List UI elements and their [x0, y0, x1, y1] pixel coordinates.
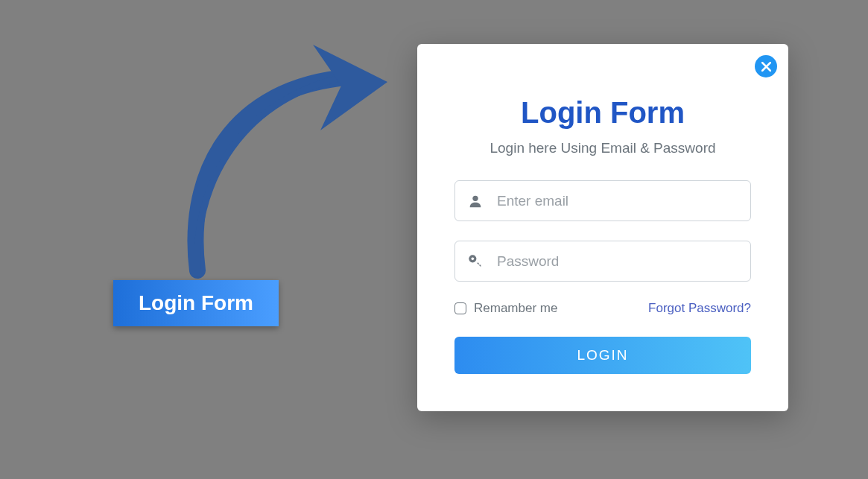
login-form-trigger-button[interactable]: Login Form [113, 280, 279, 326]
email-input-group [454, 180, 751, 221]
key-icon [467, 253, 484, 270]
remember-checkbox[interactable] [454, 302, 466, 314]
svg-point-0 [472, 195, 478, 200]
remember-wrap: Remamber me [454, 301, 557, 316]
user-icon [467, 193, 484, 209]
arrow-decoration [164, 34, 402, 283]
remember-label: Remamber me [474, 301, 557, 316]
password-input-group [454, 241, 751, 282]
modal-subtitle: Login here Using Email & Password [454, 140, 751, 156]
close-icon [761, 62, 771, 72]
svg-point-2 [472, 257, 475, 260]
close-button[interactable] [755, 55, 777, 77]
login-modal: Login Form Login here Using Email & Pass… [417, 44, 788, 411]
email-input[interactable] [497, 193, 738, 209]
forgot-password-link[interactable]: Forgot Password? [648, 301, 751, 316]
options-row: Remamber me Forgot Password? [454, 301, 751, 316]
modal-title: Login Form [454, 96, 751, 130]
login-button[interactable]: LOGIN [454, 337, 751, 374]
password-input[interactable] [497, 253, 738, 270]
